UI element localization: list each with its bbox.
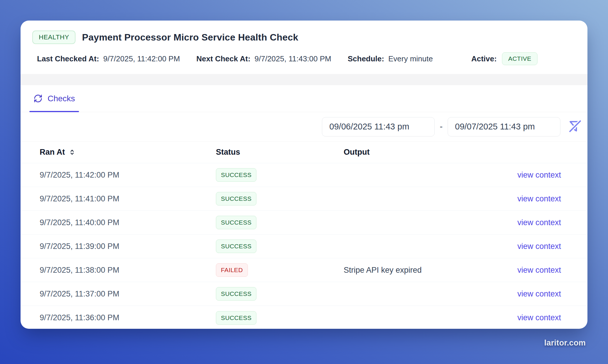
tab-checks[interactable]: Checks xyxy=(32,85,76,112)
checks-table-body: 9/7/2025, 11:42:00 PM SUCCESS view conte… xyxy=(21,163,587,329)
clear-filter-button[interactable] xyxy=(567,119,583,135)
action-cell: view context xyxy=(508,194,561,203)
refresh-icon xyxy=(33,94,43,103)
view-context-link[interactable]: view context xyxy=(517,171,561,179)
action-cell: view context xyxy=(508,171,561,180)
check-row: 9/7/2025, 11:40:00 PM SUCCESS view conte… xyxy=(21,211,587,235)
status-cell: SUCCESS xyxy=(216,192,344,205)
meta-schedule: Schedule: Every minute xyxy=(348,54,433,63)
chevrons-up-down-icon[interactable] xyxy=(68,148,76,156)
view-context-link[interactable]: view context xyxy=(517,242,561,251)
health-check-card: HEALTHY Payment Processor Micro Service … xyxy=(21,21,587,329)
status-cell: SUCCESS xyxy=(216,311,344,325)
date-to-input[interactable] xyxy=(448,117,560,136)
tabs-bar: Checks xyxy=(21,85,587,112)
status-cell: SUCCESS xyxy=(216,240,344,253)
status-badge: SUCCESS xyxy=(216,192,256,205)
meta-value: 9/7/2025, 11:43:00 PM xyxy=(255,54,331,63)
card-header: HEALTHY Payment Processor Micro Service … xyxy=(21,21,587,74)
check-row: 9/7/2025, 11:37:00 PM SUCCESS view conte… xyxy=(21,282,587,306)
ran-at-cell: 9/7/2025, 11:37:00 PM xyxy=(40,289,216,299)
view-context-link[interactable]: view context xyxy=(517,289,561,298)
meta-label: Schedule: xyxy=(348,54,384,63)
date-range-separator: - xyxy=(440,122,443,132)
meta-row: Last Checked At: 9/7/2025, 11:42:00 PM N… xyxy=(32,52,576,65)
status-cell: FAILED xyxy=(216,263,344,277)
action-cell: view context xyxy=(508,289,561,299)
check-row: 9/7/2025, 11:36:00 PM SUCCESS view conte… xyxy=(21,306,587,329)
ran-at-cell: 9/7/2025, 11:41:00 PM xyxy=(40,194,216,203)
section-divider-band xyxy=(21,74,587,85)
view-context-link[interactable]: view context xyxy=(517,194,561,203)
column-output-label: Output xyxy=(344,148,369,157)
action-cell: view context xyxy=(508,242,561,251)
filter-row: - xyxy=(21,112,587,141)
check-row: 9/7/2025, 11:41:00 PM SUCCESS view conte… xyxy=(21,187,587,211)
action-cell: view context xyxy=(508,313,561,322)
check-row: 9/7/2025, 11:38:00 PM FAILED Stripe API … xyxy=(21,258,587,282)
status-badge: SUCCESS xyxy=(216,311,256,325)
status-cell: SUCCESS xyxy=(216,168,344,182)
action-cell: view context xyxy=(508,218,561,227)
column-status-label: Status xyxy=(216,148,240,157)
active-label: Active: xyxy=(471,54,497,63)
meta-label: Last Checked At: xyxy=(37,54,99,63)
ran-at-cell: 9/7/2025, 11:39:00 PM xyxy=(40,242,216,251)
view-context-link[interactable]: view context xyxy=(517,266,561,274)
column-ran-at[interactable]: Ran At xyxy=(40,148,216,157)
meta-value: 9/7/2025, 11:42:00 PM xyxy=(103,54,180,63)
output-cell: Stripe API key expired xyxy=(344,266,508,275)
meta-value: Every minute xyxy=(388,54,433,63)
filter-slash-icon xyxy=(568,119,582,134)
active-status-badge: ACTIVE xyxy=(502,52,538,65)
status-badge: FAILED xyxy=(216,263,248,277)
ran-at-cell: 9/7/2025, 11:38:00 PM xyxy=(40,266,216,275)
meta-label: Next Check At: xyxy=(196,54,251,63)
column-status: Status xyxy=(216,148,344,157)
watermark: laritor.com xyxy=(544,338,586,348)
status-badge: SUCCESS xyxy=(216,216,256,229)
ran-at-cell: 9/7/2025, 11:40:00 PM xyxy=(40,218,216,227)
page-title: Payment Processor Micro Service Health C… xyxy=(82,32,298,43)
view-context-link[interactable]: view context xyxy=(517,313,561,322)
status-badge: SUCCESS xyxy=(216,240,256,253)
health-status-badge: HEALTHY xyxy=(32,31,75,44)
status-badge: SUCCESS xyxy=(216,287,256,301)
status-cell: SUCCESS xyxy=(216,216,344,229)
column-output: Output xyxy=(344,148,508,157)
column-ran-at-label: Ran At xyxy=(40,148,65,157)
check-row: 9/7/2025, 11:42:00 PM SUCCESS view conte… xyxy=(21,163,587,187)
date-from-input[interactable] xyxy=(322,117,435,136)
meta-active: Active: ACTIVE xyxy=(471,52,538,65)
check-row: 9/7/2025, 11:39:00 PM SUCCESS view conte… xyxy=(21,235,587,258)
checks-table-header: Ran At Status Output xyxy=(21,141,587,163)
action-cell: view context xyxy=(508,266,561,275)
meta-last-checked: Last Checked At: 9/7/2025, 11:42:00 PM xyxy=(37,54,180,63)
tab-checks-label: Checks xyxy=(48,94,75,103)
view-context-link[interactable]: view context xyxy=(517,218,561,227)
status-cell: SUCCESS xyxy=(216,287,344,301)
meta-next-check: Next Check At: 9/7/2025, 11:43:00 PM xyxy=(196,54,331,63)
status-badge: SUCCESS xyxy=(216,168,256,182)
ran-at-cell: 9/7/2025, 11:42:00 PM xyxy=(40,171,216,180)
ran-at-cell: 9/7/2025, 11:36:00 PM xyxy=(40,313,216,322)
